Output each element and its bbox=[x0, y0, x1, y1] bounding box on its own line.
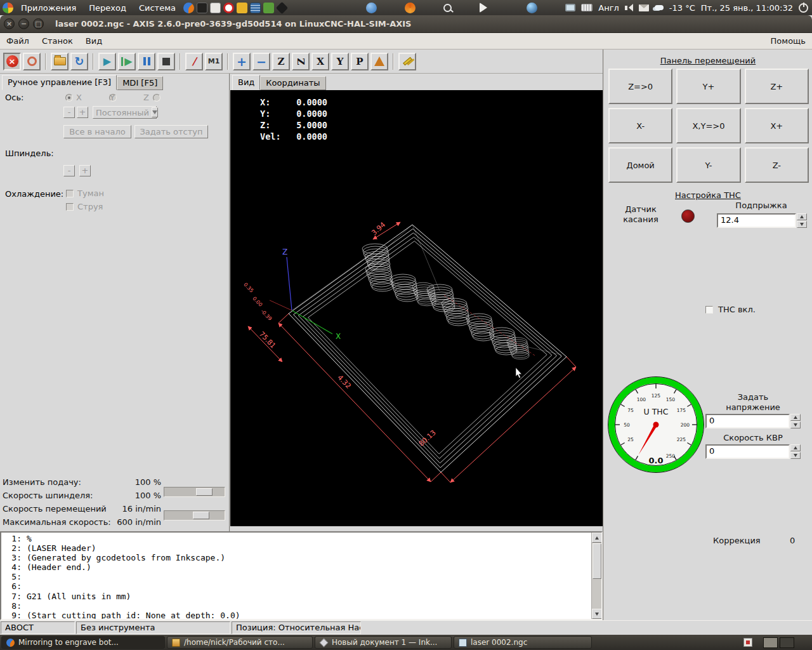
volume-icon[interactable] bbox=[625, 4, 633, 11]
gcode-scrollbar[interactable] bbox=[591, 533, 601, 619]
pause-button[interactable] bbox=[138, 53, 155, 70]
keyboard-icon[interactable] bbox=[581, 4, 593, 11]
window-minimize-button[interactable]: − bbox=[18, 18, 29, 29]
rotate-view-button[interactable] bbox=[370, 53, 388, 70]
step-button[interactable]: ▶ bbox=[118, 53, 136, 70]
tab-dro[interactable]: Координаты bbox=[260, 76, 325, 90]
clear-plot-button[interactable] bbox=[398, 53, 416, 70]
gcode-line[interactable]: 6: bbox=[4, 581, 589, 591]
firefox-launcher-icon[interactable] bbox=[183, 3, 194, 13]
jog-xy-zero-button[interactable]: X,Y=>0 bbox=[676, 108, 740, 143]
menu-view[interactable]: Вид bbox=[79, 34, 108, 48]
hop-value[interactable]: 12.4 bbox=[717, 213, 796, 228]
power-icon[interactable] bbox=[799, 3, 808, 13]
gcode-line[interactable]: 8: bbox=[4, 601, 589, 611]
gcode-line[interactable]: 4:(Header end.) bbox=[4, 562, 589, 572]
mail-icon[interactable] bbox=[639, 4, 649, 11]
view-perspective-button[interactable]: P bbox=[351, 53, 369, 70]
office-launcher-icon[interactable] bbox=[223, 3, 234, 13]
open-file-button[interactable] bbox=[51, 53, 69, 70]
spindle-minus-button[interactable]: - bbox=[63, 165, 75, 176]
tab-mdi[interactable]: MDI [F5] bbox=[117, 76, 163, 90]
spin-up-button[interactable] bbox=[797, 213, 807, 220]
axis-z-radio[interactable] bbox=[153, 94, 160, 102]
zoom-in-button[interactable]: + bbox=[233, 53, 251, 70]
skip-lines-button[interactable]: / bbox=[185, 53, 203, 70]
mist-checkbox[interactable] bbox=[66, 190, 74, 197]
jog-x-plus-button[interactable]: X+ bbox=[745, 108, 809, 143]
machine-power-button[interactable] bbox=[23, 53, 41, 70]
estop-button[interactable]: × bbox=[3, 53, 21, 70]
touch-off-button[interactable]: Задать отступ bbox=[134, 125, 208, 138]
reload-button[interactable]: ↻ bbox=[70, 53, 88, 70]
gcode-line[interactable]: 3:(Generated by gcodetools from Inkscape… bbox=[4, 553, 589, 562]
applications-menu-icon[interactable] bbox=[3, 3, 13, 13]
view-front-button[interactable]: Y bbox=[331, 53, 349, 70]
gcode-line[interactable]: 1:% bbox=[4, 534, 589, 543]
menu-machine[interactable]: Станок bbox=[36, 34, 79, 48]
jog-y-minus-button[interactable]: Y- bbox=[676, 147, 740, 183]
jog-z-zero-button[interactable]: Z=>0 bbox=[608, 69, 672, 104]
jog-minus-button[interactable]: - bbox=[63, 107, 75, 118]
menu-file[interactable]: Файл bbox=[0, 34, 36, 48]
axis-x-radio[interactable] bbox=[65, 94, 73, 102]
zoom-out-button[interactable]: − bbox=[252, 53, 270, 70]
terminal-launcher-icon[interactable] bbox=[197, 3, 207, 13]
gcode-line[interactable]: 2:(LASER Header) bbox=[4, 543, 589, 553]
gcode-line[interactable]: 5: bbox=[4, 572, 589, 581]
tab-preview[interactable]: Вид bbox=[232, 75, 260, 90]
view-top-rotated-button[interactable]: Z bbox=[292, 53, 310, 70]
jog-plus-button[interactable]: + bbox=[77, 107, 88, 118]
home-all-button[interactable]: Все в начало bbox=[63, 125, 131, 138]
jog-z-plus-button[interactable]: Z+ bbox=[745, 69, 809, 104]
menu-help[interactable]: Помощь bbox=[764, 34, 812, 48]
spin-down-button[interactable] bbox=[790, 421, 801, 428]
window-titlebar[interactable]: × − □ laser 0002.ngc - AXIS 2.6.0-pre0-3… bbox=[0, 15, 812, 33]
view-side-button[interactable]: X bbox=[311, 53, 329, 70]
files-launcher-icon[interactable] bbox=[263, 3, 274, 13]
clock[interactable]: Пт., 25 янв., 11:00:32 bbox=[701, 3, 793, 13]
spindle-override-slider[interactable] bbox=[164, 510, 225, 521]
menu-system[interactable]: Система bbox=[134, 2, 181, 14]
spin-up-button[interactable] bbox=[790, 414, 801, 421]
jog-home-button[interactable]: Домой bbox=[608, 147, 672, 183]
run-button[interactable]: ▶ bbox=[98, 53, 116, 70]
gcode-line[interactable]: 7:G21 (All units in mm) bbox=[4, 592, 589, 601]
optional-stop-button[interactable]: M1 bbox=[205, 53, 223, 70]
hop-spinbox[interactable]: 12.4 bbox=[717, 213, 807, 228]
view-top-button[interactable]: Z bbox=[272, 53, 290, 70]
scrollbar-thumb[interactable] bbox=[593, 543, 601, 579]
tray-notification-icon[interactable] bbox=[743, 638, 752, 647]
jog-mode-combobox[interactable]: Постоянный bbox=[93, 106, 157, 119]
slider-thumb[interactable] bbox=[196, 488, 213, 496]
gcode-listing[interactable]: 1:% 2:(LASER Header) 3:(Generated by gco… bbox=[0, 531, 603, 620]
preview-canvas[interactable]: 4.32 80.13 75.81 3.94 0.35 0.00 -0.39 X … bbox=[230, 90, 603, 526]
search-icon[interactable] bbox=[443, 4, 452, 12]
jog-x-minus-button[interactable]: X- bbox=[608, 108, 672, 143]
spindle-plus-button[interactable]: + bbox=[79, 165, 91, 176]
app-window-icon-2[interactable] bbox=[405, 3, 416, 13]
taskbar-window-file-manager[interactable]: /home/nick/Рабочий сто... bbox=[167, 636, 313, 649]
window-maximize-button[interactable]: □ bbox=[33, 18, 44, 29]
workspace-2[interactable] bbox=[780, 637, 794, 648]
keyboard-layout-indicator[interactable]: Англ bbox=[598, 3, 619, 13]
taskbar-window-inkscape[interactable]: Новый документ 1 — Ink... bbox=[315, 636, 452, 649]
set-voltage-value[interactable]: 0 bbox=[705, 414, 790, 428]
jog-y-plus-button[interactable]: Y+ bbox=[676, 69, 740, 104]
app-window-icon-3[interactable] bbox=[527, 3, 537, 13]
temperature-indicator[interactable]: -13 °C bbox=[669, 3, 695, 13]
spin-up-button[interactable] bbox=[790, 444, 801, 451]
kvp-speed-spinbox[interactable]: 0 bbox=[705, 444, 801, 459]
scrollbar-up-arrow[interactable] bbox=[592, 533, 602, 543]
taskbar-window-firefox[interactable]: Mirroring to engrave bot... bbox=[1, 636, 165, 649]
gcode-line[interactable]: 9:(Start cutting path id: None at depth:… bbox=[4, 611, 589, 620]
taskbar-window-axis[interactable]: laser 0002.ngc bbox=[454, 636, 592, 649]
thc-enable-checkbox[interactable] bbox=[705, 306, 713, 314]
app-window-icon-1[interactable] bbox=[366, 3, 377, 13]
arrow-indicator-icon[interactable] bbox=[480, 3, 492, 13]
calculator-launcher-icon[interactable] bbox=[250, 3, 261, 13]
set-voltage-spinbox[interactable]: 0 bbox=[705, 414, 801, 428]
tab-manual-control[interactable]: Ручное управление [F3] bbox=[2, 75, 117, 90]
kvp-speed-value[interactable]: 0 bbox=[705, 444, 790, 459]
tool-launcher-icon[interactable] bbox=[237, 3, 247, 13]
